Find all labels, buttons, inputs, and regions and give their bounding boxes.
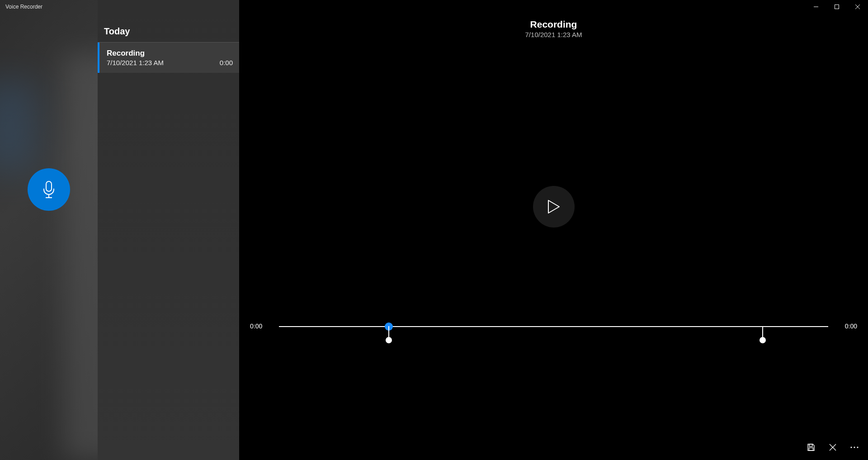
playback-pane: Recording 7/10/2021 1:23 AM 0:00 0:00 bbox=[239, 0, 868, 460]
more-icon bbox=[850, 446, 859, 448]
svg-point-6 bbox=[857, 446, 858, 448]
svg-rect-2 bbox=[809, 444, 812, 446]
record-pane bbox=[0, 0, 98, 460]
section-header-today: Today bbox=[98, 23, 239, 43]
more-button[interactable] bbox=[844, 438, 864, 456]
minimize-button[interactable] bbox=[806, 0, 826, 14]
svg-rect-3 bbox=[809, 448, 813, 451]
playback-datetime: 7/10/2021 1:23 AM bbox=[525, 31, 582, 38]
close-icon bbox=[855, 5, 860, 9]
maximize-icon bbox=[835, 5, 839, 9]
microphone-icon bbox=[41, 180, 57, 199]
maximize-button[interactable] bbox=[826, 0, 847, 14]
window-controls bbox=[806, 0, 868, 14]
playback-header: Recording 7/10/2021 1:23 AM bbox=[525, 19, 582, 38]
timeline-time-total: 0:00 bbox=[845, 322, 857, 330]
svg-rect-0 bbox=[835, 5, 839, 9]
timeline-track[interactable] bbox=[279, 326, 828, 327]
play-button[interactable] bbox=[533, 186, 575, 228]
background-blur bbox=[63, 54, 98, 460]
delete-button[interactable] bbox=[823, 438, 843, 456]
minimize-icon bbox=[814, 5, 818, 9]
recording-item-subrow: 7/10/2021 1:23 AM 0:00 bbox=[107, 59, 233, 66]
timeline[interactable]: 0:00 0:00 bbox=[250, 315, 857, 342]
recording-list-pane: Today Recording 7/10/2021 1:23 AM 0:00 bbox=[98, 0, 239, 460]
x-icon bbox=[829, 444, 836, 451]
svg-point-5 bbox=[854, 446, 855, 448]
recording-item-datetime: 7/10/2021 1:23 AM bbox=[107, 59, 164, 66]
play-icon bbox=[547, 199, 560, 214]
selection-accent bbox=[98, 43, 99, 73]
background-blur bbox=[0, 81, 36, 172]
recording-list-item[interactable]: Recording 7/10/2021 1:23 AM 0:00 bbox=[98, 43, 239, 73]
record-button[interactable] bbox=[28, 168, 70, 211]
recording-item-duration: 0:00 bbox=[220, 59, 233, 66]
close-button[interactable] bbox=[847, 0, 868, 14]
timeline-time-current: 0:00 bbox=[250, 322, 262, 330]
app-title: Voice Recorder bbox=[0, 4, 42, 10]
svg-point-4 bbox=[850, 446, 852, 448]
title-bar: Voice Recorder bbox=[0, 0, 868, 14]
recording-item-title: Recording bbox=[107, 49, 233, 58]
svg-rect-1 bbox=[46, 181, 52, 191]
app-root: Voice Recorder Today bbox=[0, 0, 868, 460]
action-bar bbox=[801, 438, 864, 456]
timeline-marker-start[interactable] bbox=[388, 326, 389, 337]
save-icon bbox=[807, 443, 815, 451]
save-button[interactable] bbox=[801, 438, 821, 456]
timeline-marker-end[interactable] bbox=[762, 326, 763, 337]
playback-title: Recording bbox=[525, 19, 582, 30]
